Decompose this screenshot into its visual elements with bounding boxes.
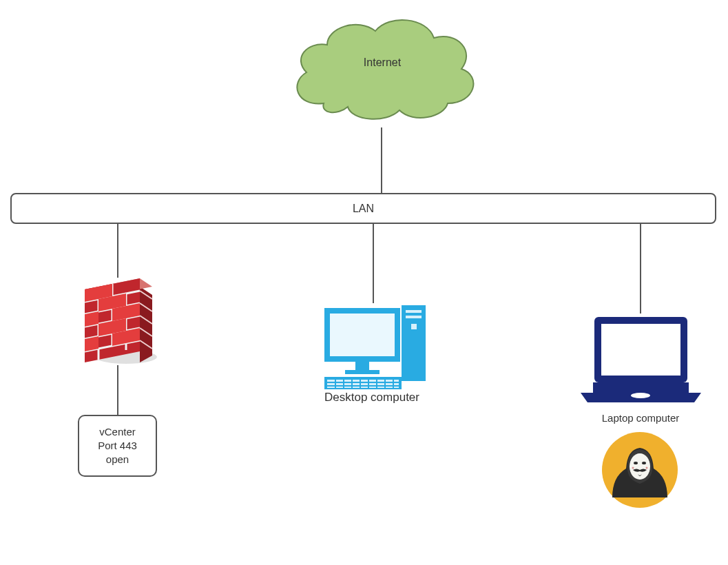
svg-point-57	[642, 462, 646, 464]
connector-firewall-vcenter	[117, 365, 118, 415]
svg-rect-39	[327, 380, 399, 382]
cloud-icon	[269, 7, 496, 131]
laptop-icon	[574, 311, 708, 408]
firewall-icon	[71, 274, 167, 371]
vcenter-box: vCenter Port 443 open	[78, 415, 157, 477]
svg-point-56	[634, 462, 638, 464]
connector-internet-lan	[381, 127, 382, 193]
svg-rect-35	[330, 314, 395, 356]
svg-rect-52	[593, 382, 689, 393]
svg-rect-51	[601, 324, 680, 376]
desktop-icon	[312, 300, 436, 393]
laptop-label: Laptop computer	[585, 412, 696, 424]
connector-lan-desktop	[373, 224, 374, 303]
desktop-label: Desktop computer	[303, 391, 441, 404]
svg-point-58	[632, 467, 634, 469]
svg-rect-36	[355, 362, 369, 370]
internet-label: Internet	[341, 56, 424, 69]
hacker-icon	[599, 429, 681, 511]
connector-lan-laptop	[640, 224, 641, 314]
svg-rect-31	[406, 310, 422, 313]
svg-point-53	[631, 393, 650, 398]
svg-rect-37	[345, 370, 379, 374]
svg-rect-41	[327, 387, 399, 388]
svg-point-59	[646, 467, 648, 469]
vcenter-text: vCenter Port 443 open	[98, 425, 137, 467]
svg-rect-33	[411, 324, 417, 329]
lan-bar: LAN	[10, 193, 716, 224]
lan-label: LAN	[353, 203, 374, 215]
svg-rect-40	[327, 383, 399, 385]
connector-lan-firewall	[117, 224, 118, 278]
svg-rect-32	[406, 316, 422, 318]
